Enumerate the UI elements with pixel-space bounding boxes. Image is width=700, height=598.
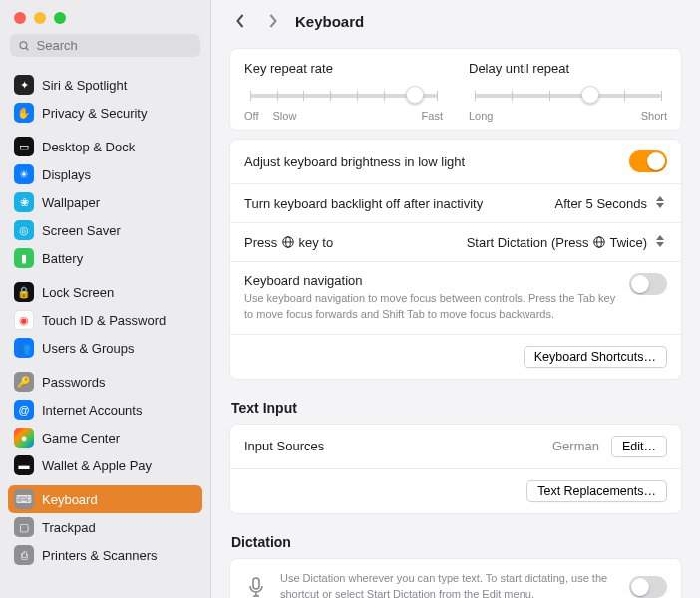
- sidebar-item-passwords[interactable]: 🔑Passwords: [8, 368, 202, 396]
- sidebar-item-wallpaper[interactable]: ❀Wallpaper: [8, 188, 202, 216]
- search-field[interactable]: [10, 34, 200, 57]
- sidebar-item-label: Displays: [42, 167, 91, 182]
- sidebar-icon: ◉: [14, 310, 34, 330]
- sidebar-item-label: Internet Accounts: [42, 403, 142, 418]
- brightness-toggle[interactable]: [629, 150, 667, 172]
- close-window-button[interactable]: [14, 12, 26, 24]
- sidebar-icon: ▭: [14, 137, 34, 156]
- fullscreen-window-button[interactable]: [54, 12, 66, 24]
- sidebar-icon: ▮: [14, 248, 34, 268]
- row-dictation: Use Dictation wherever you can type text…: [230, 559, 681, 598]
- sidebar-item-trackpad[interactable]: ▢Trackpad: [8, 513, 202, 541]
- forward-button[interactable]: [263, 12, 281, 30]
- sidebar-item-desktop-dock[interactable]: ▭Desktop & Dock: [8, 133, 202, 160]
- sidebar-item-label: Desktop & Dock: [42, 140, 135, 154]
- keyboard-nav-toggle[interactable]: [629, 273, 667, 295]
- sidebar-icon: ◎: [14, 220, 34, 240]
- sidebar-item-game-center[interactable]: ●Game Center: [8, 424, 202, 451]
- backlight-stepper[interactable]: [655, 195, 667, 211]
- sidebar-item-label: Wallet & Apple Pay: [42, 458, 152, 473]
- panel-key-rate: Key repeat rate OffSlow Fast Delay until…: [229, 48, 682, 131]
- svg-marker-3: [656, 203, 664, 208]
- edit-input-sources-button[interactable]: Edit…: [611, 436, 667, 457]
- sidebar-item-label: Trackpad: [42, 520, 96, 535]
- sidebar-item-internet-accounts[interactable]: @Internet Accounts: [8, 396, 202, 424]
- slider-key-repeat[interactable]: Key repeat rate OffSlow Fast: [244, 61, 443, 122]
- panel-text-input: Input Sources German Edit… Text Replacem…: [229, 424, 682, 514]
- sidebar-icon: ▢: [14, 517, 34, 537]
- panel-keyboard-options: Adjust keyboard brightness in low light …: [229, 139, 682, 380]
- text-replacements-button[interactable]: Text Replacements…: [526, 480, 667, 502]
- press-globe-stepper[interactable]: [655, 234, 667, 250]
- sidebar-item-label: Siri & Spotlight: [42, 78, 127, 93]
- sidebar-icon: ☀: [14, 164, 34, 184]
- sidebar-icon: ●: [14, 428, 34, 448]
- window-controls: [0, 0, 210, 34]
- slider-delay[interactable]: Delay until repeat LongShort: [469, 61, 667, 122]
- sidebar-icon: 🔒: [14, 282, 34, 302]
- sidebar-item-screen-saver[interactable]: ◎Screen Saver: [8, 216, 202, 244]
- row-press-globe: Press key to Start Dictation (Press Twic…: [230, 222, 681, 261]
- keyboard-nav-help: Use keyboard navigation to move focus be…: [244, 291, 629, 323]
- sidebar-icon: @: [14, 400, 34, 420]
- svg-marker-2: [656, 196, 664, 201]
- sidebar: ✦Siri & Spotlight✋Privacy & Security▭Des…: [0, 0, 211, 598]
- svg-marker-10: [656, 235, 664, 240]
- sidebar-nav: ✦Siri & Spotlight✋Privacy & Security▭Des…: [0, 65, 210, 598]
- input-sources-value: German: [552, 439, 599, 453]
- svg-point-0: [20, 41, 27, 48]
- main-pane: Keyboard Key repeat rate OffSlow Fast De…: [211, 0, 700, 598]
- back-button[interactable]: [231, 12, 249, 30]
- search-input[interactable]: [37, 38, 192, 53]
- sidebar-icon: ▬: [14, 455, 34, 475]
- sidebar-item-label: Users & Groups: [42, 341, 134, 356]
- row-brightness: Adjust keyboard brightness in low light: [230, 140, 681, 183]
- sidebar-item-privacy-security[interactable]: ✋Privacy & Security: [8, 99, 202, 127]
- backlight-value: After 5 Seconds: [555, 196, 648, 211]
- row-input-sources: Input Sources German Edit…: [230, 425, 681, 468]
- row-backlight-off: Turn keyboard backlight off after inacti…: [230, 183, 681, 222]
- sidebar-item-lock-screen[interactable]: 🔒Lock Screen: [8, 278, 202, 306]
- sidebar-icon: ✋: [14, 103, 34, 123]
- sidebar-item-label: Screen Saver: [42, 223, 121, 238]
- sidebar-icon: ⎙: [14, 545, 34, 565]
- slider-knob[interactable]: [581, 86, 599, 104]
- svg-line-1: [26, 47, 29, 50]
- search-icon: [18, 39, 31, 53]
- minimize-window-button[interactable]: [34, 12, 46, 24]
- sidebar-item-displays[interactable]: ☀Displays: [8, 160, 202, 188]
- sidebar-icon: ⌨: [14, 489, 34, 509]
- slider-label: Delay until repeat: [469, 61, 667, 76]
- header: Keyboard: [211, 0, 700, 40]
- row-keyboard-navigation: Keyboard navigation Use keyboard navigat…: [230, 261, 681, 334]
- globe-icon: [592, 235, 606, 249]
- sidebar-item-label: Touch ID & Password: [42, 313, 166, 328]
- keyboard-shortcuts-button[interactable]: Keyboard Shortcuts…: [524, 346, 667, 368]
- dictation-toggle[interactable]: [629, 576, 667, 598]
- sidebar-item-label: Battery: [42, 251, 83, 266]
- sidebar-item-label: Wallpaper: [42, 195, 100, 210]
- sidebar-item-keyboard[interactable]: ⌨Keyboard: [8, 485, 202, 513]
- sidebar-item-printers-scanners[interactable]: ⎙Printers & Scanners: [8, 541, 202, 569]
- sidebar-item-battery[interactable]: ▮Battery: [8, 244, 202, 272]
- sidebar-item-siri-spotlight[interactable]: ✦Siri & Spotlight: [8, 71, 202, 99]
- microphone-icon: [244, 575, 268, 598]
- sidebar-item-label: Game Center: [42, 431, 120, 446]
- sidebar-icon: 👥: [14, 338, 34, 358]
- page-title: Keyboard: [295, 13, 364, 30]
- press-globe-value: Start Dictation (Press Twice): [467, 235, 647, 250]
- sidebar-icon: ❀: [14, 192, 34, 212]
- sidebar-icon: 🔑: [14, 372, 34, 392]
- sidebar-item-touch-id-password[interactable]: ◉Touch ID & Password: [8, 306, 202, 334]
- panel-dictation: Use Dictation wherever you can type text…: [229, 558, 682, 598]
- content: Key repeat rate OffSlow Fast Delay until…: [211, 40, 700, 598]
- svg-rect-12: [253, 578, 259, 589]
- sidebar-item-label: Privacy & Security: [42, 106, 147, 121]
- slider-knob[interactable]: [406, 86, 424, 104]
- sidebar-item-label: Keyboard: [42, 492, 98, 507]
- sidebar-item-label: Printers & Scanners: [42, 548, 158, 563]
- sidebar-item-label: Passwords: [42, 375, 106, 390]
- sidebar-item-wallet-apple-pay[interactable]: ▬Wallet & Apple Pay: [8, 451, 202, 479]
- svg-marker-11: [656, 242, 664, 247]
- sidebar-item-users-groups[interactable]: 👥Users & Groups: [8, 334, 202, 362]
